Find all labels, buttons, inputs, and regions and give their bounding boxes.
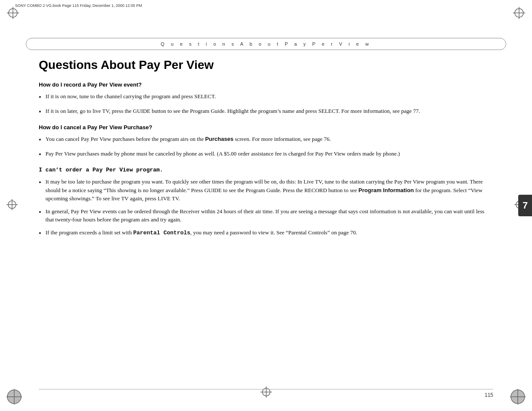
list-item: Pay Per View purchases made by phone mus… xyxy=(39,149,493,160)
header-bar: Q u e s t i o n s A b o u t P a y P e r … xyxy=(26,38,506,50)
section2-bullets: You can cancel Pay Per View purchases be… xyxy=(39,135,493,160)
inline-bold: Purchases xyxy=(205,136,233,142)
bullet-text: If it is on later, go to live TV, press … xyxy=(46,107,493,115)
bullet-text: It may be too late to purchase the progr… xyxy=(46,177,493,203)
bullet-text: Pay Per View purchases made by phone mus… xyxy=(46,149,493,158)
inline-bold: Program Information xyxy=(358,187,414,193)
corner-marker-bc xyxy=(260,386,272,400)
page-number: 115 xyxy=(485,392,493,398)
bullet-text: In general, Pay Per View events can be o… xyxy=(46,207,493,224)
section1-heading: How do I record a Pay Per View event? xyxy=(39,81,493,88)
side-marker-l xyxy=(6,199,18,212)
section1-bullets: If it is on now, tune to the channel car… xyxy=(39,92,493,117)
main-title: Questions About Pay Per View xyxy=(39,58,493,72)
chapter-tab: 7 xyxy=(518,195,532,216)
corner-marker-bl xyxy=(6,389,22,405)
inline-mono: Parental Controls xyxy=(133,230,190,236)
corner-marker-br xyxy=(510,389,526,405)
bullet-text: If it is on now, tune to the channel car… xyxy=(46,92,493,101)
list-item: It may be too late to purchase the progr… xyxy=(39,177,493,203)
bullet-text: You can cancel Pay Per View purchases be… xyxy=(46,135,493,143)
section2-heading: How do I cancel a Pay Per View Purchase? xyxy=(39,124,493,131)
list-item: If it is on now, tune to the channel car… xyxy=(39,92,493,103)
section3-heading: I can’t order a Pay Per View program. xyxy=(39,167,493,173)
list-item: If the program exceeds a limit set with … xyxy=(39,228,493,239)
list-item: You can cancel Pay Per View purchases be… xyxy=(39,135,493,145)
section3-bullets: It may be too late to purchase the progr… xyxy=(39,177,493,239)
bottom-rule xyxy=(39,389,493,389)
main-content: Questions About Pay Per View How do I re… xyxy=(39,58,493,381)
list-item: In general, Pay Per View events can be o… xyxy=(39,207,493,224)
corner-marker-tl xyxy=(6,6,20,22)
header-text: Q u e s t i o n s A b o u t P a y P e r … xyxy=(161,41,371,47)
corner-marker-tr xyxy=(512,6,526,22)
list-item: If it is on later, go to live TV, press … xyxy=(39,107,493,117)
bullet-text: If the program exceeds a limit set with … xyxy=(46,228,493,237)
print-info: SONY COMBO 2 VG.book Page 115 Friday, De… xyxy=(15,3,142,8)
